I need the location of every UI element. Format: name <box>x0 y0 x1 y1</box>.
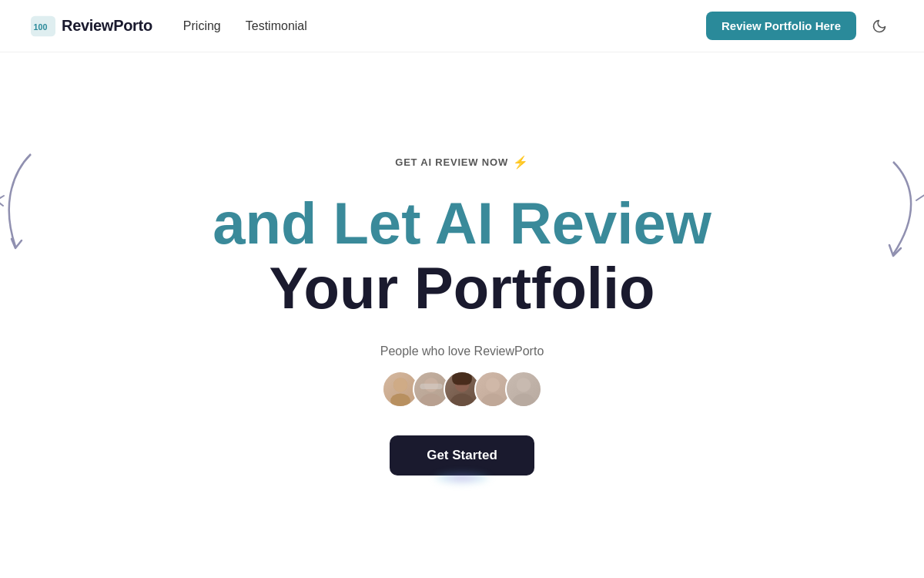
svg-rect-7 <box>420 384 442 389</box>
svg-point-14 <box>517 378 531 391</box>
logo[interactable]: 100 ReviewPorto <box>31 15 152 37</box>
svg-rect-10 <box>452 372 472 385</box>
hero-section: GET AI REVIEW NOW ⚡ and Let AI Review Yo… <box>0 0 924 578</box>
avatar-5 <box>505 371 542 408</box>
navbar-right: Review Portfolio Here <box>706 12 893 40</box>
doodle-right <box>839 154 924 281</box>
hero-content: GET AI REVIEW NOW ⚡ and Let AI Review Yo… <box>213 155 711 476</box>
hero-title: and Let AI Review Your Portfolio <box>213 191 711 320</box>
navbar-left: 100 ReviewPorto Pricing Testimonial <box>31 15 307 37</box>
svg-point-13 <box>511 394 537 408</box>
svg-point-12 <box>486 378 500 391</box>
logo-icon: 100 <box>31 15 55 37</box>
theme-toggle-button[interactable] <box>865 12 893 40</box>
social-proof-text: People who love ReviewPorto <box>213 344 711 358</box>
nav-links: Pricing Testimonial <box>183 19 307 33</box>
moon-icon <box>872 18 887 34</box>
avatars-row <box>213 371 711 408</box>
svg-point-3 <box>390 394 410 408</box>
get-started-button[interactable]: Get Started <box>390 435 534 476</box>
doodle-left <box>0 139 38 265</box>
badge-text: GET AI REVIEW NOW <box>395 156 508 168</box>
nav-link-testimonial[interactable]: Testimonial <box>246 19 307 33</box>
svg-text:100: 100 <box>34 22 48 32</box>
nav-link-pricing[interactable]: Pricing <box>183 19 221 33</box>
svg-point-4 <box>393 378 407 391</box>
svg-point-11 <box>480 394 506 408</box>
hero-badge: GET AI REVIEW NOW ⚡ <box>395 155 529 170</box>
navbar: 100 ReviewPorto Pricing Testimonial Revi… <box>0 0 924 52</box>
svg-point-8 <box>450 394 475 408</box>
logo-brand-text: ReviewPorto <box>62 17 152 35</box>
hero-title-line2: Your Portfolio <box>213 256 711 321</box>
svg-point-5 <box>419 394 444 408</box>
hero-title-line1: and Let AI Review <box>213 191 711 256</box>
review-portfolio-button[interactable]: Review Portfolio Here <box>706 12 856 40</box>
badge-emoji: ⚡ <box>513 155 529 170</box>
